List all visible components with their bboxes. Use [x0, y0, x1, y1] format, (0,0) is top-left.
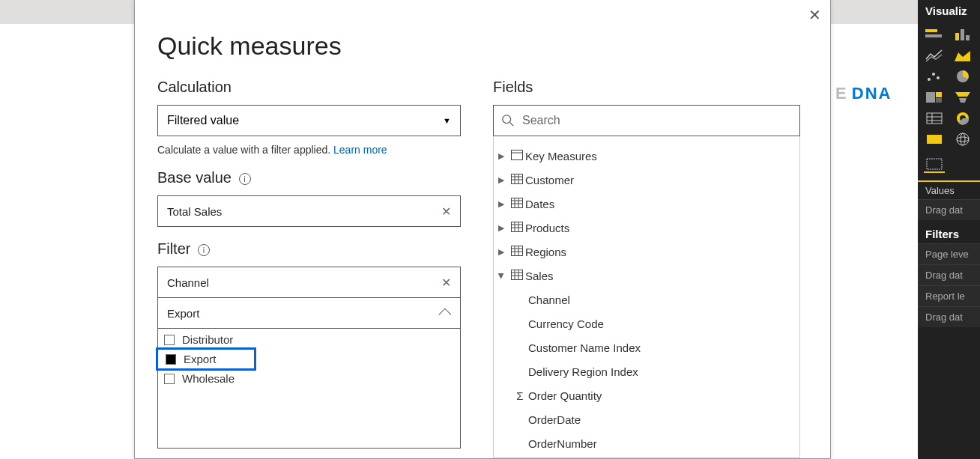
svg-point-7 [932, 73, 935, 76]
clear-icon[interactable]: ✕ [441, 276, 451, 290]
svg-rect-35 [512, 198, 523, 207]
card-visual-icon[interactable] [924, 131, 945, 148]
checkbox-icon[interactable] [164, 335, 175, 345]
svg-line-27 [510, 123, 514, 127]
filter-option-distributor[interactable]: Distributor [158, 332, 460, 347]
area-chart-icon[interactable] [952, 47, 973, 64]
report-filter-drag-hint[interactable]: Drag dat [918, 306, 980, 327]
globe-visual-icon[interactable] [952, 131, 973, 148]
table-icon [509, 246, 525, 258]
base-value-label: Base value i [157, 169, 461, 186]
table-icon [509, 222, 525, 234]
column-chart-icon[interactable] [952, 26, 973, 43]
svg-point-6 [928, 78, 931, 81]
svg-rect-4 [966, 35, 970, 40]
svg-point-23 [957, 137, 969, 142]
checkbox-icon[interactable] [164, 374, 175, 384]
page-filter-drag-hint[interactable]: Drag dat [918, 264, 980, 285]
table-label: Dates [525, 198, 554, 210]
expand-icon[interactable]: ▶ [494, 247, 509, 257]
table-node-products[interactable]: ▶ Products [494, 216, 799, 240]
expand-icon[interactable]: ▶ [494, 151, 509, 161]
pie-chart-icon[interactable] [952, 68, 973, 85]
column-node-customer-name-index[interactable]: Customer Name Index [494, 335, 799, 359]
highlight-box: Export [156, 347, 256, 371]
matrix-visual-icon[interactable] [924, 156, 945, 173]
values-drag-hint[interactable]: Drag dat [918, 199, 980, 220]
table-node-regions[interactable]: ▶ Regions [494, 240, 799, 264]
table-node-customer[interactable]: ▶ Customer [494, 168, 799, 192]
svg-rect-15 [927, 113, 942, 124]
learn-more-link[interactable]: Learn more [333, 144, 387, 156]
column-label: Delivery Region Index [528, 365, 638, 378]
scatter-chart-icon[interactable] [924, 68, 945, 85]
calculation-label: Calculation [157, 79, 461, 96]
table-label: Sales [525, 270, 554, 282]
report-level-filters-label: Report le [918, 285, 980, 306]
calc-desc-text: Calculate a value with a filter applied. [157, 144, 333, 156]
table-node-dates[interactable]: ▶ Dates [494, 192, 799, 216]
expand-icon[interactable]: ▶ [494, 223, 509, 233]
svg-rect-1 [925, 34, 942, 37]
svg-rect-12 [936, 98, 942, 103]
column-node-orderdate[interactable]: OrderDate [494, 407, 799, 431]
stacked-bar-icon[interactable] [924, 26, 945, 43]
table-icon [509, 174, 525, 186]
svg-rect-21 [927, 135, 942, 144]
base-value-text: Total Sales [167, 205, 222, 218]
filter-field[interactable]: Channel ✕ [157, 267, 461, 298]
filter-option-export[interactable]: Export [160, 351, 222, 367]
base-value-field[interactable]: Total Sales ✕ [157, 195, 461, 227]
funnel-chart-icon[interactable] [952, 89, 973, 106]
measure-group-icon [509, 150, 525, 162]
table-visual-icon[interactable] [924, 110, 945, 127]
filter-label: Filter i [157, 240, 461, 258]
table-label: Key Measures [525, 150, 597, 162]
logo-suffix: DNA [852, 84, 892, 103]
expand-icon[interactable]: ▶ [494, 199, 509, 209]
checkbox-icon[interactable] [166, 354, 176, 365]
svg-rect-25 [927, 159, 942, 169]
quick-measures-dialog: ✕ Quick measures Calculation Filtered va… [134, 0, 831, 459]
search-placeholder: Search [522, 114, 560, 127]
visualization-icon-grid [918, 22, 980, 152]
column-node-currency-code[interactable]: Currency Code [494, 311, 799, 335]
visualizations-title: Visualiz [918, 0, 980, 22]
info-icon[interactable]: i [198, 244, 210, 256]
dialog-right-column: Fields Search ▶ Key Measures ▶ Customer [493, 79, 800, 458]
filter-option-wholesale[interactable]: Wholesale [158, 371, 460, 386]
svg-point-8 [937, 76, 940, 79]
chevron-up-icon [438, 308, 451, 321]
svg-rect-28 [512, 150, 523, 159]
svg-point-24 [961, 133, 965, 145]
svg-point-26 [503, 115, 511, 124]
table-node-key-measures[interactable]: ▶ Key Measures [494, 144, 799, 168]
column-node-ordernumber[interactable]: OrderNumber [494, 431, 799, 455]
table-icon [509, 270, 525, 282]
svg-marker-14 [959, 98, 967, 103]
fields-search-input[interactable]: Search [493, 105, 800, 136]
svg-rect-0 [925, 29, 937, 32]
chevron-down-icon: ▼ [443, 116, 451, 125]
option-label: Distributor [182, 333, 233, 346]
expand-icon[interactable]: ▶ [494, 175, 509, 185]
column-node-delivery-region-index[interactable]: Delivery Region Index [494, 359, 799, 383]
sigma-icon: Σ [512, 389, 528, 402]
line-chart-icon[interactable] [924, 47, 945, 64]
calculation-description: Calculate a value with a filter applied.… [157, 144, 461, 156]
filter-selected-option: Export [167, 307, 199, 320]
treemap-icon[interactable] [924, 89, 945, 106]
svg-rect-40 [512, 222, 523, 231]
fields-label: Fields [493, 79, 800, 96]
clear-icon[interactable]: ✕ [441, 204, 451, 219]
column-node-order-quantity[interactable]: ΣOrder Quantity [494, 383, 799, 407]
info-icon[interactable]: i [239, 173, 251, 185]
dialog-close-button[interactable]: ✕ [808, 6, 821, 24]
donut-chart-icon[interactable] [952, 110, 973, 127]
column-node-channel[interactable]: Channel [494, 288, 799, 311]
column-label: Currency Code [528, 317, 604, 330]
filter-value-dropdown[interactable]: Export [157, 297, 461, 329]
collapse-icon[interactable]: ▶ [497, 268, 506, 283]
table-node-sales[interactable]: ▶ Sales [494, 264, 799, 288]
calculation-select[interactable]: Filtered value ▼ [157, 105, 461, 136]
